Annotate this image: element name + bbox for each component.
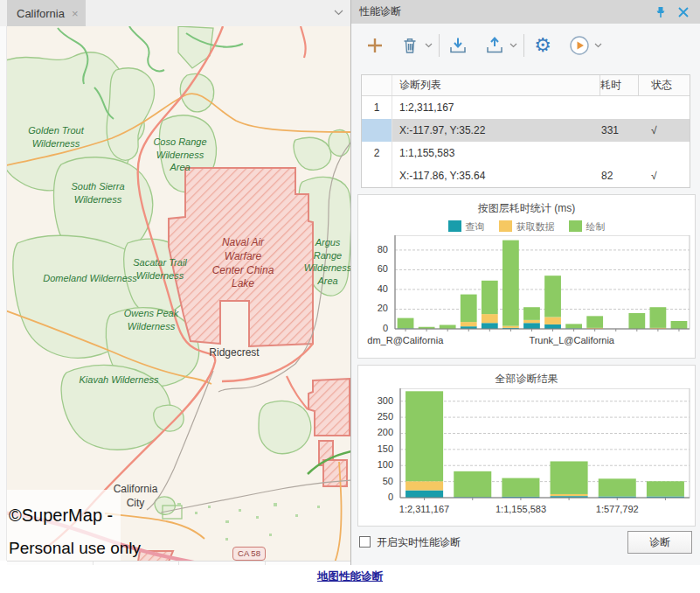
delete-button[interactable] <box>397 32 423 59</box>
trash-icon <box>400 36 419 55</box>
tab-close-icon[interactable]: × <box>72 7 79 20</box>
label-naval-center: Naval Air Warfare Center China Lake <box>212 236 274 291</box>
tab-california[interactable]: California × <box>7 0 86 26</box>
label-south-sierra-wilderness: South Sierra Wilderness <box>71 180 124 206</box>
y-axis-label: 300 <box>358 395 393 406</box>
header-status[interactable]: 状态 <box>639 75 690 95</box>
y-axis-label: 200 <box>358 427 393 437</box>
bar-segment <box>405 491 443 498</box>
close-icon[interactable] <box>677 6 690 18</box>
panel-footer: 开启实时性能诊断 诊断 <box>351 527 700 565</box>
y-axis-label: 100 <box>358 459 393 470</box>
header-row-number <box>362 75 392 95</box>
bar-segment <box>398 318 414 329</box>
panel-title: 性能诊断 <box>351 4 655 19</box>
x-axis-label: 1:2,311,167 <box>399 504 449 514</box>
label-owens-peak-wilderness: Owens Peak Wilderness <box>124 307 178 332</box>
toolbar-separator <box>439 34 440 57</box>
row-status: √ <box>639 119 690 142</box>
map-attribution: ©SuperMap - <box>9 504 113 527</box>
label-sacatar-trail-wilderness: Sacatar Trail Wilderness <box>133 256 187 282</box>
pin-icon[interactable] <box>655 6 667 18</box>
bar-segment <box>523 323 540 329</box>
map-viewport[interactable]: Golden Trout Wilderness South Sierra Wil… <box>7 26 350 561</box>
bar-segment <box>482 281 498 314</box>
y-axis-label: 0 <box>358 323 388 333</box>
legend-item: 查询 <box>448 220 485 234</box>
delete-dropdown-chevron-icon[interactable] <box>423 32 433 59</box>
tab-list-chevron-down-icon[interactable] <box>334 10 343 16</box>
bar-segment <box>647 481 684 496</box>
panel-toolbar: ⚙ <box>351 24 700 67</box>
row-time: 331 <box>601 119 639 142</box>
bar-segment <box>544 324 561 329</box>
table-row[interactable]: X:-117.86, Y:35.64 82 √ <box>362 164 690 187</box>
realtime-diagnosis-label: 开启实时性能诊断 <box>377 535 461 550</box>
bar-segment <box>586 316 603 328</box>
diagnose-button[interactable]: 诊断 <box>627 531 692 554</box>
label-argus-range-wilderness: Argus Range Wilderness Area <box>304 236 350 287</box>
bar-segment <box>502 241 519 326</box>
header-diagnosis-list[interactable]: 诊断列表 <box>392 75 600 95</box>
x-axis-label: 1:1,155,583 <box>496 504 546 514</box>
layer-time-chart-card: 按图层耗时统计 (ms) 查询获取数据绘制 020406080dm_R@Cali… <box>357 194 696 359</box>
layer-time-chart-plot: 020406080dm_R@CaliforniaTrunk_L@Californ… <box>358 235 695 358</box>
legend-item: 绘制 <box>569 220 606 234</box>
bar-segment <box>544 276 561 317</box>
row-number <box>362 164 392 187</box>
y-axis-label: 50 <box>358 476 393 486</box>
legend-swatch <box>499 220 512 232</box>
y-axis-label: 80 <box>358 244 388 255</box>
download-icon <box>447 35 468 56</box>
bar-segment <box>650 307 667 328</box>
export-button[interactable] <box>482 32 508 59</box>
figure-caption: 地图性能诊断 <box>0 569 700 584</box>
x-axis-label: dm_R@California <box>367 335 443 345</box>
performance-diagnosis-panel: 性能诊断 <box>350 0 700 565</box>
bar-segment <box>454 471 491 497</box>
legend-item: 获取数据 <box>499 220 555 234</box>
bar-segment <box>671 321 688 329</box>
label-kiavah-wilderness: Kiavah Wilderness <box>80 373 159 387</box>
bar-segment <box>461 322 477 326</box>
bar-segment <box>565 324 582 328</box>
settings-button[interactable]: ⚙ <box>530 32 556 59</box>
y-axis-label: 40 <box>358 283 388 294</box>
row-time <box>601 142 639 164</box>
route-shield-ca58: CA 58 <box>232 547 266 561</box>
export-dropdown-chevron-icon[interactable] <box>508 32 518 59</box>
y-axis-label: 0 <box>358 492 393 502</box>
row-coordinate: X:-117.97, Y:35.22 <box>392 119 601 142</box>
toolbar-separator <box>523 34 524 57</box>
bar-segment <box>405 481 443 490</box>
table-row-selected[interactable]: X:-117.97, Y:35.22 331 √ <box>362 119 690 142</box>
row-scale: 1:1,155,583 <box>392 142 601 164</box>
bar-segment <box>461 295 477 323</box>
label-california-city: California City <box>114 483 158 511</box>
row-number: 1 <box>362 96 392 119</box>
tab-label: California <box>17 7 65 20</box>
table-row[interactable]: 2 1:1,155,583 <box>362 142 690 164</box>
bar-segment <box>551 461 588 494</box>
bar-segment <box>482 314 498 323</box>
row-status <box>639 142 690 164</box>
run-dropdown-chevron-icon[interactable] <box>593 32 603 59</box>
upload-icon <box>484 35 505 56</box>
application-window: California × <box>0 0 700 593</box>
add-button[interactable] <box>362 32 388 59</box>
row-coordinate: X:-117.86, Y:35.64 <box>392 164 601 187</box>
map-tab-bar: California × <box>0 0 350 26</box>
gear-icon: ⚙ <box>534 36 551 55</box>
chart-title: 按图层耗时统计 (ms) <box>358 195 695 216</box>
x-axis-label: Trunk_L@California <box>529 335 614 345</box>
all-results-chart-card: 全部诊断结果 0501001502002503001:2,311,1671:1,… <box>357 365 696 527</box>
label-ridgecrest: Ridgecrest <box>209 346 259 360</box>
import-button[interactable] <box>445 32 471 59</box>
map-left-gutter <box>0 26 7 561</box>
header-time[interactable]: 耗时 <box>600 75 639 95</box>
realtime-diagnosis-checkbox[interactable] <box>359 536 371 548</box>
bar-segment <box>502 326 519 328</box>
bar-segment <box>523 320 540 323</box>
table-row[interactable]: 1 1:2,311,167 <box>362 96 690 119</box>
run-button[interactable] <box>566 32 593 59</box>
